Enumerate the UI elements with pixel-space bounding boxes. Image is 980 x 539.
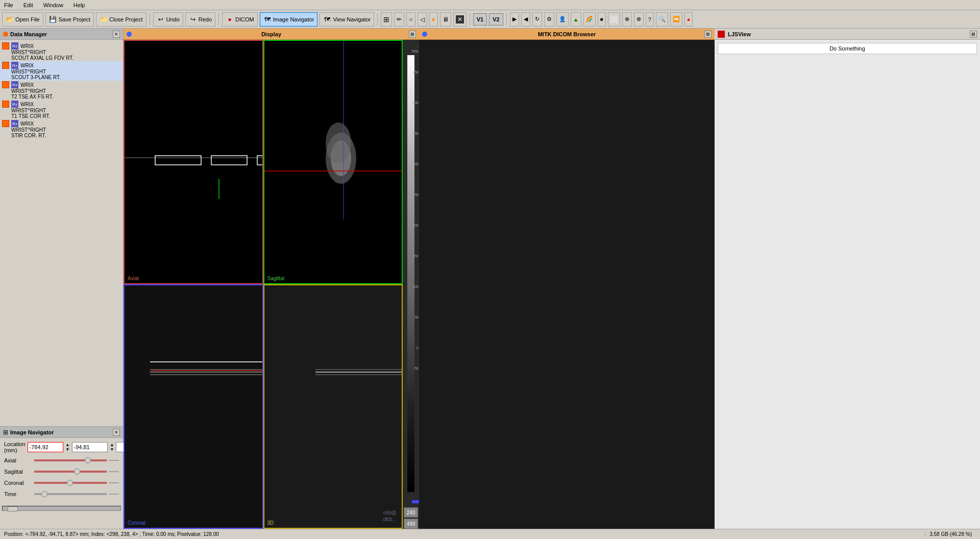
coronal-label: Coronal (4, 480, 32, 486)
toolbar-sep-2 (218, 13, 219, 26)
ljs-header: LJSView ⊠ (715, 29, 980, 40)
tool-extra3-button[interactable]: ? (646, 12, 654, 27)
scrollbar-thumb[interactable] (8, 506, 18, 511)
tree-icon-orange-5 (2, 120, 9, 127)
horizontal-scrollbar[interactable] (0, 504, 123, 512)
tree-item-4[interactable]: Rx WRIX WRIST^RIGHT T1 TSE COR RT. (0, 100, 123, 119)
tool-white-button[interactable] (608, 12, 620, 27)
tool-person-button[interactable]: 👤 (556, 12, 569, 27)
v1-button[interactable]: V1 (473, 13, 487, 26)
3d-viewport[interactable]: mbi@dkfz. 3D (263, 284, 403, 529)
coronal-overlay-svg (125, 285, 262, 528)
right-panel: LJSView ⊠ Do Something (715, 29, 980, 529)
tool-monitor-button[interactable]: 🖥 (440, 12, 451, 27)
tool-x-button[interactable]: ✕ (453, 12, 467, 27)
tree-label-3c: T2 TSE AX FS RT. (11, 94, 53, 100)
colorbar-tick-500-val: 500 (412, 49, 419, 54)
dicom-dot (422, 32, 427, 37)
dicom-browser-close-btn[interactable]: ⊠ (704, 31, 712, 38)
tree-item-1[interactable]: Rx WRIX WRIST^RIGHT SCOUT AXIAL LG FOV R… (0, 42, 123, 61)
sagittal-slider-track[interactable] (34, 468, 107, 476)
view-navigator-button[interactable]: 🗺 View Navigator (320, 12, 374, 27)
axial-slider-thumb[interactable] (85, 457, 91, 463)
coronal-slider-track[interactable] (34, 479, 107, 487)
toolbar-sep-3 (377, 13, 378, 26)
navigator-content: Location (mm) ▲▼ ▲▼ Axial (0, 438, 123, 504)
menu-window[interactable]: Window (41, 1, 65, 9)
colorbar-tick-500: - (416, 44, 418, 48)
location-y-input[interactable] (72, 442, 108, 452)
menubar: File Edit Window Help (0, 0, 980, 10)
time-slider-thumb[interactable] (41, 491, 47, 497)
status-position-text: Position: <-784.92, -94.71, 8.87> mm; In… (4, 531, 921, 537)
tool-circle-button[interactable]: ○ (406, 12, 415, 27)
tree-label-4c: T1 TSE COR RT. (11, 113, 50, 119)
redo-button[interactable]: ↪ Redo (185, 12, 215, 27)
do-something-button[interactable]: Do Something (718, 43, 977, 54)
tool-grid-button[interactable]: ⊞ (381, 12, 392, 27)
menu-help[interactable]: Help (71, 1, 87, 9)
tool-pen-button[interactable]: ✏ (394, 12, 404, 27)
tool-search-button[interactable]: 🔍 (656, 12, 668, 27)
time-slider-track[interactable] (34, 490, 107, 498)
tool-refresh-button[interactable]: ↻ (532, 12, 542, 27)
coronal-slider-thumb[interactable] (67, 480, 73, 486)
tool-pen-icon: ✏ (397, 16, 402, 23)
tree-label-4a: WRIX (20, 102, 34, 107)
tool-arrow1-button[interactable]: ▶ (510, 12, 519, 27)
close-project-button[interactable]: 📁 Close Project (96, 12, 146, 27)
data-manager-close[interactable]: ✕ (113, 31, 120, 38)
sagittal-slider-thumb[interactable] (74, 469, 80, 475)
tool-extra3-icon: ? (648, 16, 651, 22)
location-y-spinner[interactable]: ▲▼ (110, 443, 114, 452)
tool-back-button[interactable]: ⏪ (670, 12, 682, 27)
location-x-input[interactable] (28, 442, 63, 452)
tick-150: 150 (412, 254, 419, 258)
tree-label-5c: STIR COR. RT. (11, 133, 46, 138)
tool-green-button[interactable]: ▲ (571, 12, 581, 27)
tool-rainbow-button[interactable]: 🌈 (583, 12, 596, 27)
coronal-canvas (125, 285, 262, 528)
display-close-btn[interactable]: ⊠ (409, 31, 416, 38)
image-navigator-close-btn[interactable]: ✕ (113, 429, 120, 436)
tool-stop-button[interactable]: ● (684, 12, 693, 27)
axial-slider-track[interactable] (34, 456, 107, 464)
tool-arrow2-button[interactable]: ◀ (521, 12, 530, 27)
tree-item-3[interactable]: Rx WRIX WRIST^RIGHT T2 TSE AX FS RT. (0, 81, 123, 100)
tool-dark-button[interactable]: ■ (598, 12, 606, 27)
left-panel: Data Manager ✕ Rx WRIX WRIST^RIGHT SCOUT… (0, 29, 124, 529)
axial-viewport[interactable]: Axial (124, 40, 263, 284)
axial-overlay-svg (125, 41, 262, 283)
tree-item-5[interactable]: Rx WRIX WRIST^RIGHT STIR COR. RT. (0, 119, 123, 139)
image-navigator-button[interactable]: 🗺 Image Navigator (260, 12, 318, 27)
dicom-button[interactable]: ● DICOM (222, 12, 258, 27)
tick-450: 450 (412, 70, 419, 74)
tree-item-2[interactable]: Rx WRIX WRIST^RIGHT SCOUT 3-PLANE RT. (0, 61, 123, 81)
ljs-close-btn[interactable]: ⊠ (970, 31, 977, 38)
coronal-viewport[interactable]: Coronal (124, 284, 263, 529)
location-row: Location (mm) ▲▼ ▲▼ (4, 441, 119, 453)
v2-button[interactable]: V2 (489, 13, 503, 26)
sagittal-viewport[interactable]: Sagittal (263, 40, 403, 284)
menu-file[interactable]: File (2, 1, 15, 9)
dicom-browser-header: MITK DICOM Browser ⊠ (419, 29, 715, 40)
tree-icon-orange-1 (2, 42, 9, 50)
tool-extra1-button[interactable]: ⊕ (622, 12, 632, 27)
tree-label-5a: WRIX (20, 121, 34, 127)
open-file-button[interactable]: 📂 Open File (2, 12, 43, 27)
tree-label-1a: WRIX (20, 43, 34, 49)
tool-settings-button[interactable]: ⚙ (544, 12, 554, 27)
axial-label: Axial (128, 276, 139, 281)
location-x-spinner[interactable]: ▲▼ (66, 443, 70, 452)
scrollbar-track[interactable] (2, 506, 121, 511)
data-manager-header: Data Manager ✕ (0, 29, 123, 40)
tool-color-button[interactable]: ● (429, 12, 438, 27)
tool-rainbow-icon: 🌈 (586, 16, 593, 22)
tool-extra2-button[interactable]: ⊗ (634, 12, 644, 27)
undo-button[interactable]: ↩ Undo (153, 12, 183, 27)
tree-icon-orange-2 (2, 62, 9, 69)
tool-leaf-button[interactable]: ◁ (418, 12, 427, 27)
save-project-button[interactable]: 💾 Save Project (45, 12, 94, 27)
dicom-label: DICOM (235, 16, 254, 22)
menu-edit[interactable]: Edit (21, 1, 35, 9)
